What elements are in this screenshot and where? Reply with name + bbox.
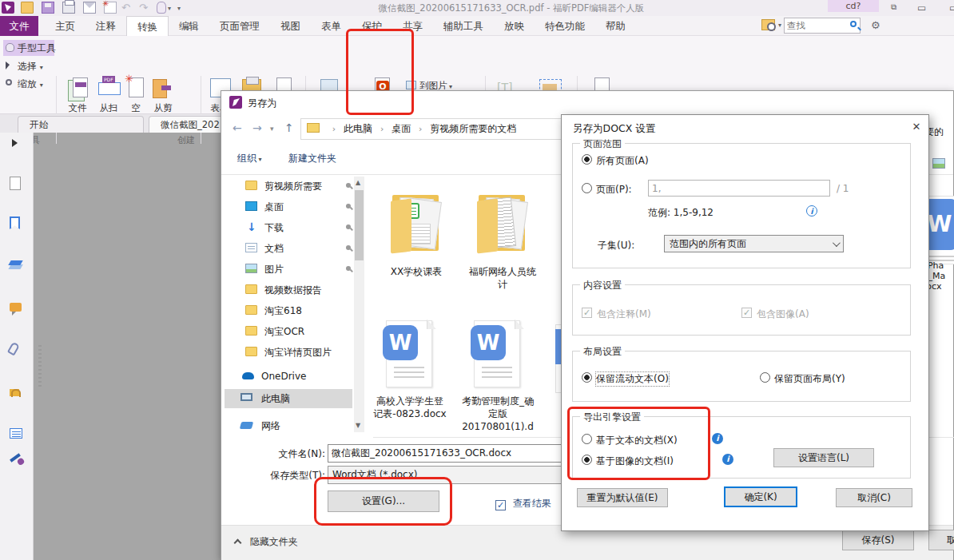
email-icon[interactable] [83,2,96,14]
reset-default-button[interactable]: 重置为默认值(E) [577,488,668,507]
save-icon[interactable] [42,2,54,14]
comments-icon[interactable] [10,303,22,312]
folder-label[interactable]: XX学校课表 [368,265,464,278]
view-results-checkbox[interactable]: 查看结果 [495,497,551,510]
cancel-button[interactable]: 取消 [928,530,954,550]
sidebar-item-folder[interactable]: 视频数据报告 [225,280,352,300]
expand-panel-icon[interactable] [12,139,18,147]
radio-flow-text[interactable] [582,372,592,383]
scroll-up-icon[interactable]: ▲ [356,179,360,186]
chevron-down-icon[interactable]: ▾ [168,5,171,12]
word-file-item[interactable] [383,320,435,391]
radio-all-pages[interactable] [582,154,592,165]
sidebar-item-folder[interactable]: 淘宝618 [225,301,352,320]
chevron-down-icon[interactable]: ▾ [778,22,781,29]
sidebar-item-network[interactable]: 网络 [225,416,352,435]
save-button[interactable]: 保存(S) [842,530,914,550]
find-searchbox[interactable] [784,18,861,34]
radio-pages[interactable] [582,183,592,193]
tab-view[interactable]: 视图 [270,16,311,36]
select-tool-button[interactable]: 选择 [3,58,61,74]
open-icon[interactable] [21,2,34,14]
tab-features[interactable]: 特色功能 [535,16,595,36]
word-file-label[interactable]: 高校入学学生登 记表-0823.docx [362,395,458,420]
zoom-tool-button[interactable]: 缩放 [3,76,61,92]
search-icon[interactable] [850,21,857,27]
float-window-icon[interactable]: ⧉ [891,2,896,12]
signature-icon[interactable] [10,453,21,462]
info-icon[interactable] [722,454,733,465]
bookmarks-icon[interactable] [10,216,20,229]
tab-edit[interactable]: 编辑 [169,16,209,36]
folder-label[interactable]: 福昕网络人员统 计 [455,265,551,291]
minimize-button[interactable]: ▭ [917,2,926,14]
folder-item[interactable] [472,189,533,262]
sidebar-item-downloads[interactable]: 下载 [225,218,352,237]
sidebar-item-this-pc[interactable]: 此电脑 [225,389,352,408]
radio-page-layout[interactable] [760,372,770,383]
hand-tool-button[interactable]: 手型工具 [3,40,54,56]
scroll-down-icon[interactable]: ▼ [356,422,360,429]
tab-comment[interactable]: 注释 [85,16,126,36]
sidebar-item-desktop[interactable]: 桌面 [225,197,352,216]
search-folder-icon[interactable] [761,19,775,30]
new-folder-button[interactable]: 新建文件夹 [288,152,336,165]
maximize-button[interactable]: ▭ [949,2,954,14]
undo-icon[interactable]: ↶ [121,2,133,14]
info-icon[interactable] [712,433,723,444]
set-language-button[interactable]: 设置语言(L) [773,448,874,467]
breadcrumb-folder[interactable]: 剪视频所需要的文档 [430,123,516,134]
breadcrumb[interactable]: › 此电脑 › 桌面 › 剪视频所需要的文档 [300,118,562,140]
new-from-file-icon[interactable] [104,2,117,14]
all-pages-label[interactable]: 所有页面(A) [596,154,649,168]
page-layout-label[interactable]: 保留页面布局(Y) [774,372,845,386]
forward-icon[interactable]: → [252,121,262,134]
sidebar-item-documents[interactable]: 文档 [225,239,352,258]
sidebar-item-onedrive[interactable]: OneDrive [225,367,352,386]
page-thumbnails-icon[interactable] [10,177,21,190]
fields-icon[interactable] [10,428,22,439]
sidebar-item-pinned-folder[interactable]: 剪视频所需要 [225,177,352,196]
info-icon[interactable] [806,205,817,216]
search-input[interactable] [787,19,845,32]
tab-page-management[interactable]: 页面管理 [209,16,270,36]
gear-icon[interactable]: ⚙ [871,19,880,31]
cancel-button[interactable]: 取消(C) [836,488,912,507]
print-icon[interactable] [62,2,75,14]
tab-convert[interactable]: 转换 [126,16,169,36]
subset-label[interactable]: 子集(U): [598,239,634,252]
sidebar-scrollbar[interactable]: ▲ ▼ [354,177,364,432]
organize-button[interactable]: 组织 [237,152,262,165]
tab-accessibility[interactable]: 辅助工具 [433,16,494,36]
back-icon[interactable]: ← [233,121,242,134]
flow-text-label[interactable]: 保留流动文本(O) [596,372,669,386]
checkbox-checked-icon[interactable] [495,500,506,510]
promo-badge[interactable]: cd? [828,0,879,12]
tab-home[interactable]: 主页 [45,16,85,36]
panel-splitter[interactable] [38,345,42,389]
redo-icon[interactable]: ↷ [139,2,150,14]
scrollbar-thumb[interactable] [355,190,364,260]
save-dialog-titlebar[interactable]: 另存为 [221,91,953,113]
tab-start-page[interactable]: 开始 [18,116,144,133]
word-file-label[interactable]: 考勤管理制度_确 定版 20170801(1).d [450,395,546,433]
tab-slideshow[interactable]: 放映 [494,16,535,36]
folder-item[interactable] [386,189,447,262]
customize-toolbar-icon[interactable]: ▾ [177,5,181,12]
sidebar-item-pictures[interactable]: 图片 [225,260,352,279]
word-file-item[interactable] [471,320,523,391]
security-icon[interactable] [10,389,19,396]
breadcrumb-this-pc[interactable]: 此电脑 [344,123,372,134]
breadcrumb-desktop[interactable]: 桌面 [392,123,411,134]
subset-select[interactable]: 范围内的所有页面 [664,235,844,252]
ok-button[interactable]: 确定(K) [724,487,797,507]
sidebar-item-folder[interactable]: 淘宝OCR [225,322,352,341]
file-menu-button[interactable]: 文件 [0,16,38,36]
attachments-icon[interactable] [7,342,20,356]
hand-tool-icon[interactable] [157,2,166,14]
pages-label[interactable]: 页面(P): [596,183,632,197]
close-icon[interactable]: ✕ [908,119,924,135]
chevron-down-icon[interactable]: ▾ [270,125,274,133]
layers-icon[interactable] [8,260,22,265]
sidebar-item-folder[interactable]: 淘宝详情页图片 [225,343,352,362]
